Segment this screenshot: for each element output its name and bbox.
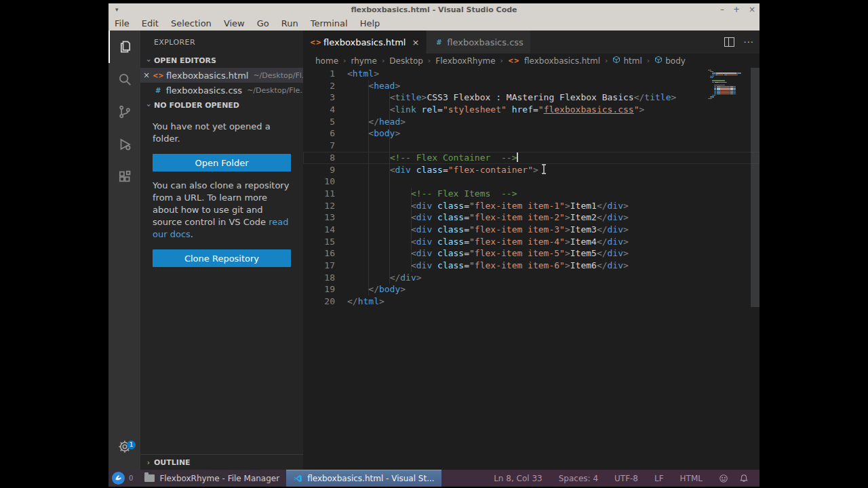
breadcrumb-item[interactable]: html — [612, 56, 642, 66]
code-line[interactable]: 11 <!-- Flex Items --> — [303, 188, 760, 200]
taskbar-app-label: flexboxbasics.html - Visual St... — [307, 474, 434, 483]
tab-close-icon[interactable]: × — [412, 37, 419, 47]
code-line[interactable]: 1<html> — [303, 68, 760, 80]
taskbar-app[interactable]: FlexboxRhyme - File Manager — [138, 470, 286, 487]
minimize-button[interactable]: – — [720, 5, 724, 14]
line-number: 9 — [303, 164, 335, 176]
scrollbar[interactable] — [751, 68, 760, 307]
breadcrumb-item[interactable]: Desktop — [389, 56, 423, 66]
code-line[interactable]: 3 <title>CSS3 Flexbox : MAstering Flexbo… — [303, 92, 760, 104]
menu-run[interactable]: Run — [275, 18, 304, 28]
breadcrumb-item[interactable]: FlexboxRhyme — [435, 56, 495, 66]
breadcrumb-label: body — [665, 56, 686, 66]
search-icon[interactable] — [108, 63, 140, 96]
status-item[interactable]: Ln 8, Col 33 — [494, 474, 542, 483]
status-item[interactable]: LF — [654, 474, 664, 483]
line-number: 12 — [303, 200, 335, 212]
open-editors-header[interactable]: › OPEN EDITORS — [140, 53, 303, 68]
menu-edit[interactable]: Edit — [136, 18, 165, 28]
source-control-icon[interactable] — [108, 96, 140, 128]
code-line[interactable]: 5 </head> — [303, 116, 760, 128]
desktop-screen: ▾ flexboxbasics.html - Visual Studio Cod… — [108, 0, 760, 488]
menu-bar: FileEditSelectionViewGoRunTerminalHelp — [108, 16, 760, 30]
feedback-icon[interactable] — [719, 474, 728, 483]
close-button[interactable]: × — [749, 5, 755, 14]
workspace-indicator[interactable]: 0 — [129, 474, 133, 482]
extensions-icon[interactable] — [108, 161, 140, 193]
line-number: 19 — [303, 283, 335, 296]
status-item[interactable]: UTF-8 — [614, 474, 638, 483]
code-line[interactable]: 10 — [303, 176, 760, 188]
code-line[interactable]: 12 <div class="flex-item item-1">Item1</… — [303, 200, 760, 212]
code-line[interactable]: 9 <div class="flex-container"> — [303, 164, 760, 176]
code-line[interactable]: 6 <body> — [303, 127, 760, 140]
minimap-line — [708, 85, 750, 85]
start-menu-button[interactable] — [112, 472, 125, 485]
menu-go[interactable]: Go — [251, 18, 275, 28]
minimap-line — [708, 96, 750, 97]
code-editor[interactable]: 1<html>2 <head>3 <title>CSS3 Flexbox : M… — [303, 68, 760, 470]
breadcrumb-item[interactable]: rhyme — [351, 56, 377, 66]
split-editor-icon[interactable] — [724, 37, 734, 47]
line-number: 3 — [303, 92, 335, 104]
menu-file[interactable]: File — [108, 18, 136, 28]
taskbar-app[interactable]: flexboxbasics.html - Visual St... — [286, 470, 441, 487]
notifications-icon[interactable] — [739, 474, 749, 483]
code-line[interactable]: 7 — [303, 140, 760, 152]
code-line[interactable]: 16 <div class="flex-item item-5">Item5</… — [303, 247, 760, 260]
menu-view[interactable]: View — [218, 18, 251, 28]
minimap-line — [708, 79, 750, 79]
breadcrumb-separator: › — [647, 56, 650, 65]
line-number: 15 — [303, 236, 335, 248]
tab-flexboxbasics.html[interactable]: <>flexboxbasics.html× — [303, 30, 427, 54]
status-item[interactable]: HTML — [680, 474, 703, 483]
minimap-line — [708, 83, 750, 84]
breadcrumb-item[interactable]: body — [654, 56, 686, 66]
code-line[interactable]: 8 <!-- Flex Container --> — [303, 152, 760, 164]
line-number: 8 — [303, 152, 335, 164]
code-line[interactable]: 18 </div> — [303, 272, 760, 284]
code-line[interactable]: 13 <div class="flex-item item-2">Item2</… — [303, 211, 760, 224]
clone-repository-button[interactable]: Clone Repository — [153, 249, 291, 267]
explorer-icon[interactable] — [108, 30, 140, 63]
line-number: 16 — [303, 247, 335, 260]
tab-label: flexboxbasics.html — [323, 37, 406, 47]
minimap-line — [708, 92, 750, 93]
manage-gear-icon[interactable]: 1 — [108, 433, 140, 460]
breadcrumb-separator: › — [605, 56, 608, 65]
breadcrumb-item[interactable]: home — [315, 56, 338, 66]
symbol-icon — [654, 56, 663, 66]
html-file-icon: <> — [508, 57, 519, 64]
menu-terminal[interactable]: Terminal — [304, 18, 354, 28]
maximize-button[interactable]: + — [733, 5, 740, 14]
code-line[interactable]: 15 <div class="flex-item item-4">Item4</… — [303, 236, 760, 248]
html-file-icon: <> — [153, 72, 163, 79]
tab-flexboxbasics.css[interactable]: #flexboxbasics.css — [427, 30, 531, 54]
minimap-line — [708, 95, 750, 96]
minimap[interactable] — [708, 70, 750, 100]
run-and-debug-icon[interactable] — [108, 128, 140, 161]
breadcrumb-item[interactable]: <>flexboxbasics.html — [508, 56, 600, 66]
code-line[interactable]: 2 <head> — [303, 80, 760, 92]
breadcrumb-label: flexboxbasics.html — [524, 56, 600, 66]
open-editor-item[interactable]: ×<>flexboxbasics.html~/Desktop/Fl... — [140, 68, 303, 83]
open-editor-item[interactable]: #flexboxbasics.css~/Desktop/Fle... — [140, 83, 303, 98]
status-item[interactable]: Spaces: 4 — [559, 474, 598, 483]
menu-help[interactable]: Help — [354, 18, 387, 28]
window-titlebar: ▾ flexboxbasics.html - Visual Studio Cod… — [108, 3, 760, 16]
code-line[interactable]: 14 <div class="flex-item item-3">Item3</… — [303, 224, 760, 236]
open-folder-button[interactable]: Open Folder — [153, 154, 291, 171]
breadcrumb-label: html — [623, 56, 642, 66]
more-actions-icon[interactable]: ··· — [744, 37, 754, 47]
no-folder-header[interactable]: › NO FOLDER OPENED — [140, 98, 303, 113]
code-line[interactable]: 17 <div class="flex-item item-6">Item6</… — [303, 260, 760, 272]
close-file-icon[interactable]: × — [140, 70, 153, 80]
breadcrumb-separator: › — [343, 56, 346, 65]
menu-selection[interactable]: Selection — [165, 18, 218, 28]
code-line[interactable]: 4 <link rel="stylesheet" href="flexboxba… — [303, 104, 760, 116]
code-line[interactable]: 20</html> — [303, 296, 760, 308]
line-number: 14 — [303, 224, 335, 236]
line-number: 11 — [303, 188, 335, 200]
code-line[interactable]: 19 </body> — [303, 283, 760, 296]
outline-header[interactable]: › OUTLINE — [140, 455, 303, 470]
